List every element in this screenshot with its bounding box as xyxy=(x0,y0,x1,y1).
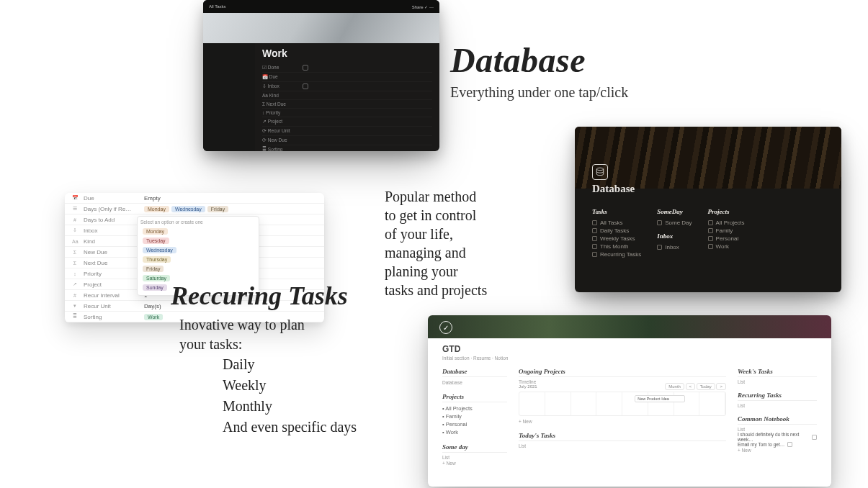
gtd-center-col: Ongoing Projects Timeline July 2021 Mont… xyxy=(519,368,726,466)
new-item[interactable]: + New xyxy=(738,447,817,453)
property-row[interactable]: ↗ Project xyxy=(262,117,432,127)
marketing-db-title: Database xyxy=(450,40,628,80)
dropdown-option[interactable]: Thursday xyxy=(140,255,256,264)
timeline-range[interactable]: Month xyxy=(665,383,684,390)
work-banner xyxy=(203,13,439,43)
db-link[interactable]: Some Day xyxy=(657,219,692,227)
timeline-next[interactable]: > xyxy=(716,383,726,390)
bullet: Weekly xyxy=(223,375,423,396)
view-toggle[interactable]: List xyxy=(738,427,817,432)
db-link[interactable]: Work xyxy=(708,243,745,250)
card-gtd: ✓ GTD Initial section · Resume · Notion … xyxy=(428,315,831,487)
work-sidebar xyxy=(203,43,255,151)
marketing-database-block: Database Everything under one tap/click xyxy=(450,40,628,101)
marketing-line: to get in control xyxy=(385,206,487,225)
view-toggle[interactable]: List xyxy=(738,379,817,384)
gtd-week-heading: Week's Tasks xyxy=(738,368,817,377)
property-row[interactable]: ↕ Priority xyxy=(262,109,432,117)
bullet: Monthly xyxy=(223,396,423,417)
new-item[interactable]: + New xyxy=(519,418,726,425)
db-link[interactable]: Personal xyxy=(708,235,745,243)
gtd-notebook-section: Common Notebook List I should definitely… xyxy=(738,415,817,453)
marketing-line: Popular method xyxy=(385,187,487,206)
recurring-sub2: your tasks: xyxy=(179,336,242,352)
gtd-today-section: Today's Tasks List xyxy=(519,432,726,448)
db-link[interactable]: All Tasks xyxy=(592,219,641,227)
gtd-breadcrumb: Initial section · Resume · Notion xyxy=(442,356,817,361)
work-topbar: All Tasks Share ✓ ⋯ xyxy=(203,0,439,13)
gtd-week-section: Week's Tasks List xyxy=(738,368,817,384)
db-link[interactable]: All Projects xyxy=(708,219,745,227)
work-properties: ☑ Done📅 Due⇩ InboxAa KindΣ Next Due↕ Pri… xyxy=(262,63,432,151)
gtd-left-col: Database Database Projects • All Project… xyxy=(442,368,507,466)
property-row[interactable]: ⟳ New Due xyxy=(262,136,432,145)
property-row[interactable]: ⇩ Inbox xyxy=(262,82,432,91)
gtd-title: GTD xyxy=(442,344,817,354)
svg-point-0 xyxy=(596,168,603,171)
list-item[interactable]: • All Projects xyxy=(442,405,507,412)
marketing-line: managing and xyxy=(385,243,487,262)
property-row[interactable]: 📅DueEmpty xyxy=(65,193,324,204)
list-item[interactable]: • Personal xyxy=(442,420,507,428)
dropdown-hint: Select an option or create one xyxy=(140,220,256,225)
db-column-heading: Tasks xyxy=(592,208,641,215)
check-circle-icon: ✓ xyxy=(439,321,452,334)
bullet: And even specific days xyxy=(223,417,423,438)
timeline-month[interactable]: July 2021 xyxy=(519,384,537,389)
work-title: Work xyxy=(262,48,432,59)
timeline-bar[interactable]: New Product Idea xyxy=(635,395,685,402)
new-item[interactable]: + New xyxy=(442,460,507,466)
dropdown-option[interactable]: Friday xyxy=(140,264,256,274)
gtd-recurring-section: Recurring Tasks List xyxy=(738,392,817,408)
property-row[interactable]: Aa Kind xyxy=(262,91,432,100)
db-link[interactable]: Inbox xyxy=(657,243,692,251)
view-toggle[interactable]: List xyxy=(442,455,507,460)
gtd-recurring-heading: Recurring Tasks xyxy=(738,392,817,401)
checkbox-row[interactable]: I should definitely do this next week… xyxy=(738,432,817,442)
db-link[interactable]: Recurring Tasks xyxy=(592,250,641,258)
gtd-notebook-heading: Common Notebook xyxy=(738,415,817,425)
db-link[interactable]: Weekly Tasks xyxy=(592,235,641,243)
card-database: Database TasksAll TasksDaily TasksWeekly… xyxy=(575,127,841,292)
checkbox-icon[interactable] xyxy=(812,435,817,440)
property-row[interactable]: ☑ Done xyxy=(262,63,432,73)
view-toggle[interactable]: List xyxy=(738,403,817,408)
marketing-recurring-title: Reccuring Tasks xyxy=(171,281,423,311)
marketing-line: planing your xyxy=(385,262,487,281)
db-link[interactable]: Daily Tasks xyxy=(592,227,641,235)
gtd-cover: ✓ xyxy=(428,315,831,338)
marketing-line: of your life, xyxy=(385,225,487,243)
marketing-db-subtitle: Everything under one tap/click xyxy=(450,84,628,101)
list-item[interactable]: • Family xyxy=(442,412,507,420)
dropdown-option[interactable]: Wednesday xyxy=(140,245,256,255)
property-row[interactable]: ≣ Sorting xyxy=(262,145,432,151)
db-column: ProjectsAll ProjectsFamilyPersonalWork xyxy=(708,208,745,258)
checkbox-row[interactable]: Email my Tom to get… xyxy=(738,442,817,447)
property-row[interactable]: ⟳ Recur Unit xyxy=(262,127,432,136)
breadcrumb: All Tasks xyxy=(209,4,408,9)
timeline-prev[interactable]: < xyxy=(686,383,696,390)
topbar-actions[interactable]: Share ✓ ⋯ xyxy=(412,4,434,9)
timeline[interactable]: New Product Idea xyxy=(519,392,726,416)
property-row[interactable]: 📅 Due xyxy=(262,73,432,82)
db-link[interactable]: Family xyxy=(708,227,745,235)
checkbox-icon[interactable] xyxy=(787,442,792,447)
dropdown-option[interactable]: Monday xyxy=(140,227,256,236)
database-icon xyxy=(592,164,608,180)
marketing-recurring-block: Reccuring Tasks Inovative way to plan yo… xyxy=(171,281,423,438)
property-row[interactable]: Σ Next Due xyxy=(262,100,432,109)
view-toggle[interactable]: List xyxy=(519,443,726,448)
gtd-today-heading: Today's Tasks xyxy=(519,432,726,441)
bullet: Daily xyxy=(223,354,423,375)
db-column-heading: Inbox xyxy=(657,232,692,240)
list-item[interactable]: • Work xyxy=(442,428,507,436)
gtd-database-heading: Database xyxy=(442,368,507,377)
dropdown-option[interactable]: Tuesday xyxy=(140,236,256,245)
db-column-heading: Projects xyxy=(708,208,745,215)
timeline-today[interactable]: Today xyxy=(697,383,715,390)
db-column: SomeDaySome DayInboxInbox xyxy=(657,208,692,258)
gtd-projects-section: Projects • All Projects• Family• Persona… xyxy=(442,393,507,436)
list-item[interactable]: Database xyxy=(442,379,507,386)
db-link[interactable]: This Month xyxy=(592,243,641,250)
property-row[interactable]: ☰Days (Only if Re…MondayWednesdayFriday xyxy=(65,204,324,214)
